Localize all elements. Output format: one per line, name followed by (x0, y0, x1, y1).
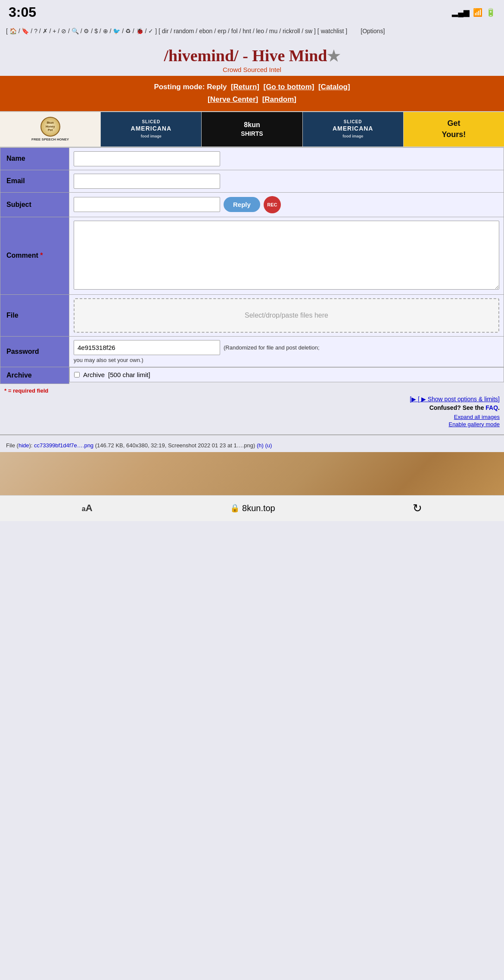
nav-rickroll[interactable]: rickroll (283, 28, 300, 34)
subject-row: Subject Reply REC (0, 192, 504, 217)
site-header: /hivemind/ - Hive Mind★ Crowd Sourced In… (0, 40, 504, 76)
nav-sw[interactable]: sw (305, 28, 312, 34)
name-input[interactable] (74, 151, 220, 166)
ad-5[interactable]: Get Yours! (404, 112, 504, 147)
ad-banner[interactable]: 8kunHoneyPot FREE SPEECH HONEY SLICED AM… (0, 111, 504, 147)
show-post-options-link[interactable]: [▶ [ ▶ Show post options & limits] (410, 396, 500, 403)
file-hide-link[interactable]: hide (19, 442, 29, 449)
password-label: Password (0, 336, 69, 367)
nav-dir[interactable]: dir (162, 28, 169, 34)
email-input[interactable] (74, 174, 220, 189)
battery-icon: 🔋 (486, 8, 495, 17)
nav-leo[interactable]: leo (256, 28, 264, 34)
nav-hnt[interactable]: hnt (243, 28, 251, 34)
file-row: File Select/drop/paste files here (0, 294, 504, 336)
divider (0, 434, 504, 435)
random-link[interactable]: [Random] (262, 95, 296, 103)
faq-link[interactable]: FAQ (485, 404, 498, 411)
archive-row: Archive Archive [500 char limit] (0, 367, 504, 384)
name-input-cell (69, 147, 504, 170)
subject-input-cell: Reply REC (69, 192, 504, 217)
file-drop-text: Select/drop/paste files here (245, 312, 328, 319)
nav-search[interactable]: 🔍 (72, 28, 79, 34)
nav-watchlist[interactable]: watchlist (321, 28, 344, 34)
archive-input-cell: Archive [500 char limit] (69, 367, 504, 382)
nav-info[interactable]: ⊕ (103, 28, 108, 34)
nav-icons[interactable]: [ 🏠 / 🔖 / ? / ✗ / + / ⊘ / 🔍 / ⚙ / $ / ⊕ … (6, 28, 385, 34)
name-label: Name (0, 147, 69, 170)
file-u-link[interactable]: (u) (265, 442, 272, 449)
nav-add[interactable]: + (53, 28, 56, 34)
archive-checkbox[interactable] (74, 372, 80, 378)
font-size-control[interactable]: aA (82, 502, 93, 514)
ad-3[interactable]: 8kun SHIRTS (202, 112, 302, 147)
password-note: (Randomized for file and post deletion; (224, 344, 320, 351)
comment-input-cell (69, 217, 504, 294)
lock-icon: 🔒 (230, 503, 240, 513)
reply-button[interactable]: Reply (224, 197, 260, 212)
file-details: (146.72 KB, 640x380, 32:19, (95, 442, 167, 449)
subject-input[interactable] (74, 197, 220, 212)
nav-check[interactable]: ✓ (148, 28, 153, 34)
nav-help[interactable]: ? (34, 28, 37, 34)
play-icon: ▶ (411, 396, 416, 403)
nav-bar: [ 🏠 / 🔖 / ? / ✗ / + / ⊘ / 🔍 / ⚙ / $ / ⊕ … (0, 23, 504, 40)
nav-ebon[interactable]: ebon (199, 28, 212, 34)
nav-twitter[interactable]: 🐦 (113, 28, 120, 34)
comment-input[interactable] (74, 221, 499, 290)
file-prefix: File (6, 442, 15, 449)
site-title: /hivemind/ - Hive Mind★ (4, 46, 500, 65)
nav-home[interactable]: 🏠 (9, 28, 17, 34)
site-title-text: /hivemind/ - Hive Mind (164, 47, 327, 65)
enable-gallery-link[interactable]: Enable gallery mode (4, 421, 500, 428)
nav-random[interactable]: random (174, 28, 194, 34)
comment-label: Comment * (0, 217, 69, 294)
nav-mu[interactable]: mu (269, 28, 277, 34)
nav-recycle[interactable]: ♻ (125, 28, 131, 34)
ad-2[interactable]: SLICED AMERICANA food image (101, 112, 202, 147)
post-options-container: [▶ [ ▶ Show post options & limits] (4, 396, 500, 403)
catalog-link[interactable]: [Catalog] (318, 83, 350, 91)
confused-text: Confused? See the (429, 404, 484, 411)
nav-bug[interactable]: 🐞 (136, 28, 143, 34)
nav-erp[interactable]: erp (218, 28, 226, 34)
return-link[interactable]: [Return] (231, 83, 259, 91)
file-info: File (hide): cc73399bf1d4f7e….png (146.7… (0, 439, 504, 452)
password-row-inner: (Randomized for file and post deletion; … (74, 340, 499, 363)
nav-shuffle[interactable]: ✗ (43, 28, 48, 34)
status-icons: ▂▄▆ 📶 🔋 (452, 8, 495, 17)
reload-button[interactable]: ↻ (413, 502, 422, 515)
nav-options[interactable]: [Options] (361, 28, 385, 34)
nav-tags[interactable]: 🔖 (22, 28, 29, 34)
posting-mode-text: Posting mode: Reply (154, 83, 229, 91)
confused-line: Confused? See the FAQ. (4, 404, 500, 411)
rec-button[interactable]: REC (264, 196, 281, 213)
name-row: Name (0, 147, 504, 170)
file-drop-zone[interactable]: Select/drop/paste files here (74, 298, 499, 333)
ad-4[interactable]: SLICED AMERICANA food image (303, 112, 404, 147)
site-subtitle: Crowd Sourced Intel (4, 66, 500, 73)
posting-banner: Posting mode: Reply [Return] [Go to bott… (0, 76, 504, 111)
email-input-cell (69, 170, 504, 192)
bottom-nav: aA 🔒 8kun.top ↻ (0, 495, 504, 521)
password-input-cell: (Randomized for file and post deletion; … (69, 336, 504, 367)
ad1-circle: 8kunHoneyPot (40, 117, 60, 137)
nav-fol[interactable]: fol (231, 28, 238, 34)
archive-text: Archive (83, 371, 105, 378)
nav-block[interactable]: ⊘ (61, 28, 66, 34)
star-icon: ★ (327, 48, 340, 64)
expand-all-link[interactable]: Expand all images (4, 414, 500, 420)
file-name-link[interactable]: cc73399bf1d4f7e….png (34, 442, 93, 449)
go-to-bottom-link[interactable]: [Go to bottom] (263, 83, 314, 91)
password-input[interactable] (74, 340, 220, 355)
signal-icon: ▂▄▆ (452, 8, 470, 17)
domain-display: 🔒 8kun.top (230, 503, 275, 513)
file-h-link[interactable]: (h) (257, 442, 264, 449)
domain-text: 8kun.top (242, 503, 275, 513)
thumbnail-preview (0, 452, 504, 495)
ad-1[interactable]: 8kunHoneyPot FREE SPEECH HONEY (0, 112, 101, 147)
nav-settings[interactable]: ⚙ (84, 28, 89, 34)
nerve-center-link[interactable]: [Nerve Center] (208, 95, 258, 103)
archive-label: Archive (0, 367, 69, 384)
nav-dollar[interactable]: $ (94, 28, 98, 34)
